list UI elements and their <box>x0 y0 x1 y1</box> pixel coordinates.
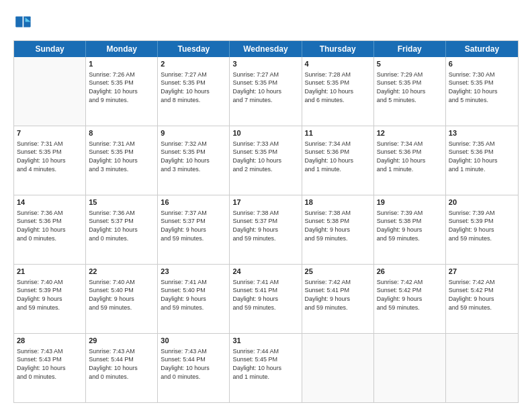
day-info: Sunrise: 7:35 AM Sunset: 5:36 PM Dayligh… <box>449 140 515 173</box>
day-number: 1 <box>89 59 154 69</box>
calendar-day-6: 6Sunrise: 7:30 AM Sunset: 5:35 PM Daylig… <box>446 57 518 126</box>
calendar-day-8: 8Sunrise: 7:31 AM Sunset: 5:35 PM Daylig… <box>86 126 158 195</box>
day-number: 5 <box>377 59 443 69</box>
calendar-week-4: 21Sunrise: 7:40 AM Sunset: 5:39 PM Dayli… <box>14 265 518 334</box>
day-number: 17 <box>232 197 298 208</box>
day-number: 11 <box>305 128 371 138</box>
svg-rect-1 <box>23 16 30 27</box>
day-number: 22 <box>89 267 154 277</box>
day-info: Sunrise: 7:42 AM Sunset: 5:42 PM Dayligh… <box>449 278 515 312</box>
day-info: Sunrise: 7:28 AM Sunset: 5:35 PM Dayligh… <box>305 71 371 104</box>
day-info: Sunrise: 7:40 AM Sunset: 5:39 PM Dayligh… <box>17 278 83 312</box>
calendar-week-5: 28Sunrise: 7:43 AM Sunset: 5:43 PM Dayli… <box>14 334 518 402</box>
day-number: 24 <box>232 267 298 277</box>
header-day-friday: Friday <box>374 41 446 57</box>
header-day-monday: Monday <box>86 41 158 57</box>
day-info: Sunrise: 7:39 AM Sunset: 5:38 PM Dayligh… <box>377 209 443 242</box>
day-info: Sunrise: 7:41 AM Sunset: 5:41 PM Dayligh… <box>232 278 298 312</box>
logo-icon <box>13 12 35 34</box>
day-info: Sunrise: 7:44 AM Sunset: 5:45 PM Dayligh… <box>232 347 298 381</box>
page: SundayMondayTuesdayWednesdayThursdayFrid… <box>0 0 532 411</box>
day-info: Sunrise: 7:42 AM Sunset: 5:42 PM Dayligh… <box>377 278 443 312</box>
calendar-day-15: 15Sunrise: 7:36 AM Sunset: 5:37 PM Dayli… <box>86 195 158 264</box>
day-info: Sunrise: 7:36 AM Sunset: 5:37 PM Dayligh… <box>89 209 154 242</box>
calendar-week-1: 1Sunrise: 7:26 AM Sunset: 5:35 PM Daylig… <box>14 57 518 126</box>
calendar-day-31: 31Sunrise: 7:44 AM Sunset: 5:45 PM Dayli… <box>230 334 302 402</box>
logo <box>13 12 38 34</box>
day-number: 19 <box>377 197 443 208</box>
day-info: Sunrise: 7:30 AM Sunset: 5:35 PM Dayligh… <box>449 71 515 104</box>
header-day-thursday: Thursday <box>302 41 374 57</box>
calendar-day-7: 7Sunrise: 7:31 AM Sunset: 5:35 PM Daylig… <box>14 126 86 195</box>
calendar-day-13: 13Sunrise: 7:35 AM Sunset: 5:36 PM Dayli… <box>446 126 518 195</box>
calendar-week-2: 7Sunrise: 7:31 AM Sunset: 5:35 PM Daylig… <box>14 126 518 195</box>
calendar-week-3: 14Sunrise: 7:36 AM Sunset: 5:36 PM Dayli… <box>14 195 518 265</box>
header-day-wednesday: Wednesday <box>230 41 302 57</box>
calendar-day-21: 21Sunrise: 7:40 AM Sunset: 5:39 PM Dayli… <box>14 265 86 333</box>
calendar-day-14: 14Sunrise: 7:36 AM Sunset: 5:36 PM Dayli… <box>14 195 86 264</box>
day-info: Sunrise: 7:38 AM Sunset: 5:37 PM Dayligh… <box>232 209 298 242</box>
calendar-day-22: 22Sunrise: 7:40 AM Sunset: 5:40 PM Dayli… <box>86 265 158 333</box>
calendar-day-16: 16Sunrise: 7:37 AM Sunset: 5:37 PM Dayli… <box>158 195 230 264</box>
calendar-day-23: 23Sunrise: 7:41 AM Sunset: 5:40 PM Dayli… <box>158 265 230 333</box>
calendar-day-19: 19Sunrise: 7:39 AM Sunset: 5:38 PM Dayli… <box>374 195 446 264</box>
day-number: 9 <box>161 128 226 138</box>
calendar-day-18: 18Sunrise: 7:38 AM Sunset: 5:38 PM Dayli… <box>302 195 374 264</box>
day-number: 23 <box>161 267 226 277</box>
day-number: 30 <box>161 336 226 346</box>
calendar-day-20: 20Sunrise: 7:39 AM Sunset: 5:39 PM Dayli… <box>446 195 518 264</box>
svg-rect-0 <box>15 16 23 27</box>
day-number: 31 <box>232 336 298 346</box>
calendar-day-12: 12Sunrise: 7:34 AM Sunset: 5:36 PM Dayli… <box>374 126 446 195</box>
day-info: Sunrise: 7:39 AM Sunset: 5:39 PM Dayligh… <box>449 209 515 242</box>
calendar-header: SundayMondayTuesdayWednesdayThursdayFrid… <box>14 41 518 57</box>
calendar-body: 1Sunrise: 7:26 AM Sunset: 5:35 PM Daylig… <box>14 57 518 402</box>
day-number: 6 <box>449 59 515 69</box>
day-number: 2 <box>161 59 226 69</box>
calendar-day-29: 29Sunrise: 7:43 AM Sunset: 5:44 PM Dayli… <box>86 334 158 402</box>
header-day-tuesday: Tuesday <box>158 41 230 57</box>
calendar-empty-cell <box>302 334 374 402</box>
calendar-empty-cell <box>374 334 446 402</box>
day-info: Sunrise: 7:43 AM Sunset: 5:44 PM Dayligh… <box>161 347 226 381</box>
calendar-day-3: 3Sunrise: 7:27 AM Sunset: 5:35 PM Daylig… <box>230 57 302 126</box>
day-info: Sunrise: 7:32 AM Sunset: 5:35 PM Dayligh… <box>161 140 226 173</box>
calendar-day-27: 27Sunrise: 7:42 AM Sunset: 5:42 PM Dayli… <box>446 265 518 333</box>
day-number: 29 <box>89 336 154 346</box>
calendar-day-2: 2Sunrise: 7:27 AM Sunset: 5:35 PM Daylig… <box>158 57 230 126</box>
day-number: 12 <box>377 128 443 138</box>
day-info: Sunrise: 7:42 AM Sunset: 5:41 PM Dayligh… <box>305 278 371 312</box>
calendar-day-5: 5Sunrise: 7:29 AM Sunset: 5:35 PM Daylig… <box>374 57 446 126</box>
day-number: 18 <box>305 197 371 208</box>
day-number: 27 <box>449 267 515 277</box>
calendar-day-10: 10Sunrise: 7:33 AM Sunset: 5:35 PM Dayli… <box>230 126 302 195</box>
calendar-empty-cell <box>14 57 86 126</box>
day-info: Sunrise: 7:31 AM Sunset: 5:35 PM Dayligh… <box>89 140 154 173</box>
calendar-day-9: 9Sunrise: 7:32 AM Sunset: 5:35 PM Daylig… <box>158 126 230 195</box>
day-info: Sunrise: 7:31 AM Sunset: 5:35 PM Dayligh… <box>17 140 83 173</box>
day-number: 16 <box>161 197 226 208</box>
day-info: Sunrise: 7:40 AM Sunset: 5:40 PM Dayligh… <box>89 278 154 312</box>
calendar-day-28: 28Sunrise: 7:43 AM Sunset: 5:43 PM Dayli… <box>14 334 86 402</box>
day-number: 10 <box>232 128 298 138</box>
day-number: 13 <box>449 128 515 138</box>
calendar-day-30: 30Sunrise: 7:43 AM Sunset: 5:44 PM Dayli… <box>158 334 230 402</box>
day-number: 15 <box>89 197 154 208</box>
calendar-empty-cell <box>446 334 518 402</box>
day-info: Sunrise: 7:41 AM Sunset: 5:40 PM Dayligh… <box>161 278 226 312</box>
day-info: Sunrise: 7:38 AM Sunset: 5:38 PM Dayligh… <box>305 209 371 242</box>
day-number: 28 <box>17 336 83 346</box>
day-number: 14 <box>17 197 83 208</box>
day-info: Sunrise: 7:34 AM Sunset: 5:36 PM Dayligh… <box>377 140 443 173</box>
calendar-day-24: 24Sunrise: 7:41 AM Sunset: 5:41 PM Dayli… <box>230 265 302 333</box>
calendar-day-1: 1Sunrise: 7:26 AM Sunset: 5:35 PM Daylig… <box>86 57 158 126</box>
calendar-day-4: 4Sunrise: 7:28 AM Sunset: 5:35 PM Daylig… <box>302 57 374 126</box>
day-info: Sunrise: 7:36 AM Sunset: 5:36 PM Dayligh… <box>17 209 83 242</box>
day-number: 3 <box>232 59 298 69</box>
day-number: 20 <box>449 197 515 208</box>
day-info: Sunrise: 7:43 AM Sunset: 5:43 PM Dayligh… <box>17 347 83 381</box>
day-number: 21 <box>17 267 83 277</box>
day-info: Sunrise: 7:27 AM Sunset: 5:35 PM Dayligh… <box>232 71 298 104</box>
calendar-day-26: 26Sunrise: 7:42 AM Sunset: 5:42 PM Dayli… <box>374 265 446 333</box>
day-info: Sunrise: 7:43 AM Sunset: 5:44 PM Dayligh… <box>89 347 154 381</box>
